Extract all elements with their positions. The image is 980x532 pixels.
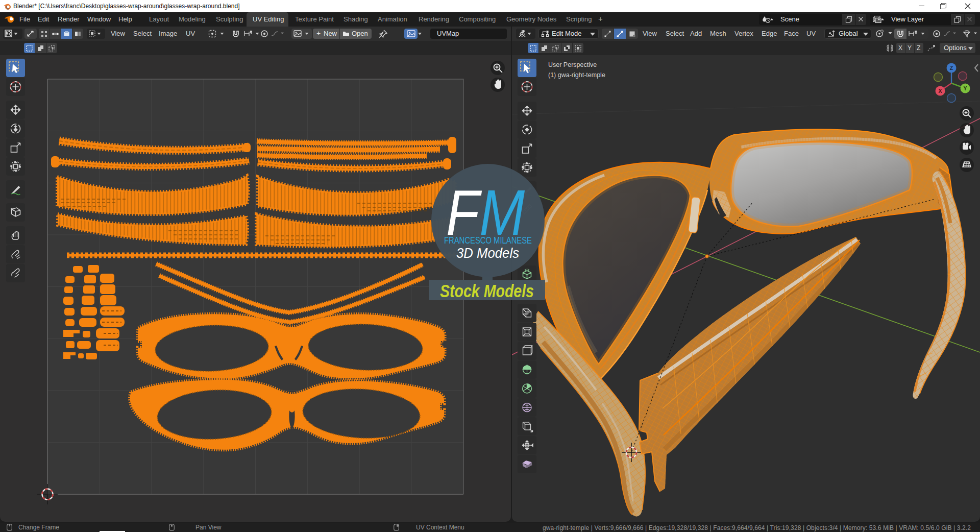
svg-text:FRANCESCO MILANESE: FRANCESCO MILANESE [444, 235, 532, 246]
svg-text:3D Models: 3D Models [456, 245, 519, 261]
svg-text:Stock Models: Stock Models [440, 281, 534, 301]
